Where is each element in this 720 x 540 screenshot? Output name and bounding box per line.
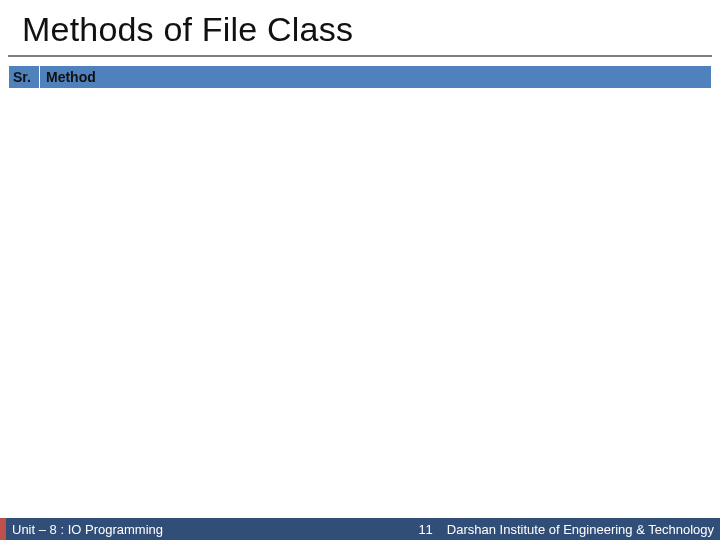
footer-institute: Darshan Institute of Engineering & Techn… [447,522,720,537]
methods-table: Sr. Method [8,65,712,89]
title-underline [8,55,712,57]
column-header-sr: Sr. [8,65,40,89]
page-title: Methods of File Class [0,0,720,55]
table-header-row: Sr. Method [8,65,712,89]
footer-bar: Unit – 8 : IO Programming 11 Darshan Ins… [0,518,720,540]
footer-unit: Unit – 8 : IO Programming [6,522,163,537]
column-header-method: Method [40,65,712,89]
slide: Methods of File Class Sr. Method Unit – … [0,0,720,540]
footer-page-number: 11 [404,522,446,537]
